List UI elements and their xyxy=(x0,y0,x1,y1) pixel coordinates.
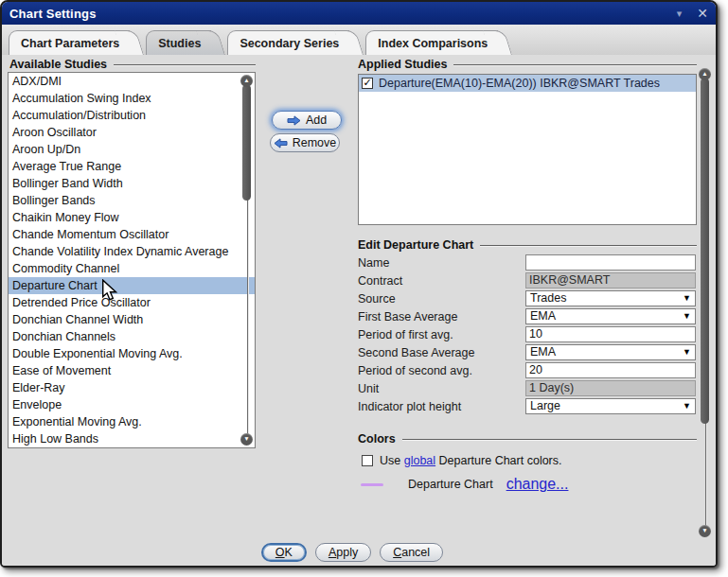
tab[interactable]: Studies xyxy=(146,30,211,55)
text-field[interactable]: 20 xyxy=(525,362,696,378)
scrollbar-thumb[interactable] xyxy=(242,85,251,201)
dialog-scrollbar[interactable]: ▲ ▼ xyxy=(699,68,711,537)
chart-settings-window: Chart Settings ▾ ✕ Chart Parameters Stud… xyxy=(0,0,718,568)
study-enabled-checkbox[interactable]: ✓ xyxy=(362,78,373,89)
header-rule xyxy=(114,64,256,66)
applied-studies-header: Applied Studies xyxy=(358,57,697,71)
remove-button[interactable]: Remove xyxy=(270,133,340,152)
checkmark-icon: ✓ xyxy=(363,78,371,88)
window-title: Chart Settings xyxy=(9,7,677,21)
dialog-button[interactable]: Apply xyxy=(315,543,371,562)
tab[interactable]: Index Comparisons xyxy=(365,30,498,55)
tab[interactable]: Secondary Series xyxy=(227,30,349,55)
form-row: Second Base Average EMA ▼ xyxy=(358,343,697,361)
form-row: Source Trades ▼ xyxy=(358,289,697,307)
text-field[interactable] xyxy=(525,254,696,271)
dropdown-value: Trades xyxy=(530,291,683,306)
edit-form: Name Contract IBKR@SMART Source xyxy=(358,254,697,415)
study-list-item[interactable]: Bollinger Bands xyxy=(9,192,255,209)
disabled-field: IBKR@SMART xyxy=(525,272,696,288)
dropdown-arrow-icon: ▼ xyxy=(683,312,691,321)
scroll-up-icon[interactable]: ▲ xyxy=(699,68,711,80)
close-icon[interactable]: ✕ xyxy=(697,6,708,21)
study-list-item[interactable]: Chaikin Money Flow xyxy=(9,209,255,226)
form-row: Name xyxy=(358,254,697,271)
scroll-up-icon[interactable]: ▲ xyxy=(240,75,253,87)
dropdown-arrow-icon: ▼ xyxy=(683,348,691,357)
study-list-item[interactable]: High Low Bands xyxy=(9,430,255,447)
study-list-item[interactable]: Chande Momentum Oscillator xyxy=(9,226,255,243)
study-list-item[interactable]: Ease of Movement xyxy=(9,362,255,379)
add-button[interactable]: Add xyxy=(272,111,342,130)
text-field[interactable]: 10 xyxy=(525,326,696,342)
tab-bar: Chart Parameters Studies Secondary Serie… xyxy=(2,25,716,55)
study-list-item[interactable]: Chande Volatility Index Dynamic Average xyxy=(9,243,255,260)
field-label: First Base Average xyxy=(358,310,525,323)
dropdown-value: EMA xyxy=(530,345,683,359)
available-studies-list[interactable]: ADX/DMIAccumulation Swing IndexAccumulat… xyxy=(8,72,256,448)
study-list-item[interactable]: Donchian Channels xyxy=(9,328,255,345)
tab-label: Chart Parameters xyxy=(21,37,119,50)
use-global-colors-checkbox[interactable] xyxy=(362,455,373,466)
study-list-item[interactable]: Donchian Channel Width xyxy=(9,311,255,328)
tab[interactable]: Chart Parameters xyxy=(9,30,130,55)
available-studies-header: Available Studies xyxy=(9,57,256,71)
dialog-content: Available Studies ADX/DMIAccumulation Sw… xyxy=(2,55,716,566)
global-link[interactable]: global xyxy=(404,454,435,467)
edit-section-header: Edit Departure Chart xyxy=(358,237,697,252)
window-menu-icon[interactable]: ▾ xyxy=(677,8,683,20)
dialog-button[interactable]: Cancel xyxy=(380,543,443,562)
study-list-item[interactable]: Aroon Oscillator xyxy=(9,124,255,141)
titlebar[interactable]: Chart Settings ▾ ✕ xyxy=(2,2,716,25)
scroll-down-icon[interactable]: ▼ xyxy=(699,525,711,537)
available-studies-scrollbar[interactable]: ▲ ▼ xyxy=(240,75,253,446)
tab-label: Studies xyxy=(158,37,201,50)
group-title: Available Studies xyxy=(9,58,107,71)
study-list-item[interactable]: Detrended Price Oscillator xyxy=(9,294,255,311)
group-title: Edit Departure Chart xyxy=(358,238,473,252)
form-row: First Base Average EMA ▼ xyxy=(358,307,697,325)
dropdown-arrow-icon: ▼ xyxy=(683,294,691,303)
study-list-item[interactable]: Double Exponential Moving Avg. xyxy=(9,345,255,362)
group-title: Applied Studies xyxy=(358,58,447,71)
scrollbar-thumb[interactable] xyxy=(701,79,709,424)
dialog-footer: OKApplyCancel xyxy=(2,543,702,562)
header-rule xyxy=(402,439,697,441)
field-label: Indicator plot height xyxy=(358,400,525,413)
disabled-field: 1 Day(s) xyxy=(525,380,696,396)
applied-studies-list[interactable]: ✓ Departure(EMA(10)-EMA(20)) IBKR@SMART … xyxy=(358,74,697,225)
applied-study-row[interactable]: ✓ Departure(EMA(10)-EMA(20)) IBKR@SMART … xyxy=(359,75,696,92)
study-list-item[interactable]: Exponential Moving Avg. xyxy=(9,413,255,430)
scroll-down-icon[interactable]: ▼ xyxy=(240,433,253,446)
study-list-item[interactable]: Envelope xyxy=(9,396,255,413)
change-color-link[interactable]: change... xyxy=(506,476,569,493)
study-list-item[interactable]: ADX/DMI xyxy=(9,73,255,90)
field-label: Period of second avg. xyxy=(358,364,525,377)
field-label: Unit xyxy=(358,382,525,395)
study-list-item[interactable]: Accumulation Swing Index xyxy=(9,90,255,107)
remove-button-label: Remove xyxy=(293,136,337,149)
dialog-button[interactable]: OK xyxy=(261,543,307,562)
field-label: Period of first avg. xyxy=(358,328,525,341)
dropdown[interactable]: EMA ▼ xyxy=(525,344,696,360)
group-title: Colors xyxy=(358,432,396,446)
form-row: Unit 1 Day(s) xyxy=(358,379,697,397)
desktop: Chart Settings ▾ ✕ Chart Parameters Stud… xyxy=(0,0,728,577)
form-row: Indicator plot height Large ▼ xyxy=(358,397,697,415)
tab-label: Index Comparisons xyxy=(378,37,488,50)
use-global-colors-text: Use global Departure Chart colors. xyxy=(380,454,562,467)
study-list-item[interactable]: Elder-Ray xyxy=(9,379,255,396)
dropdown[interactable]: EMA ▼ xyxy=(525,308,696,324)
study-list-item[interactable]: Average True Range xyxy=(9,158,255,175)
use-global-colors-row: Use global Departure Chart colors. xyxy=(358,452,697,468)
dropdown[interactable]: Trades ▼ xyxy=(525,290,696,306)
departure-chart-color-row: Departure Chart change... xyxy=(358,477,697,492)
dropdown[interactable]: Large ▼ xyxy=(525,398,696,414)
study-list-item[interactable]: Bollinger Band Width xyxy=(9,175,255,192)
study-list-item[interactable]: Departure Chart xyxy=(9,277,255,294)
study-list-item[interactable]: Accumulation/Distribution xyxy=(9,107,255,124)
field-label: Second Base Average xyxy=(358,346,525,359)
study-list-item[interactable]: Commodity Channel xyxy=(9,260,255,277)
study-list-item[interactable]: Aroon Up/Dn xyxy=(9,141,255,158)
color-swatch-label: Departure Chart xyxy=(408,478,493,491)
